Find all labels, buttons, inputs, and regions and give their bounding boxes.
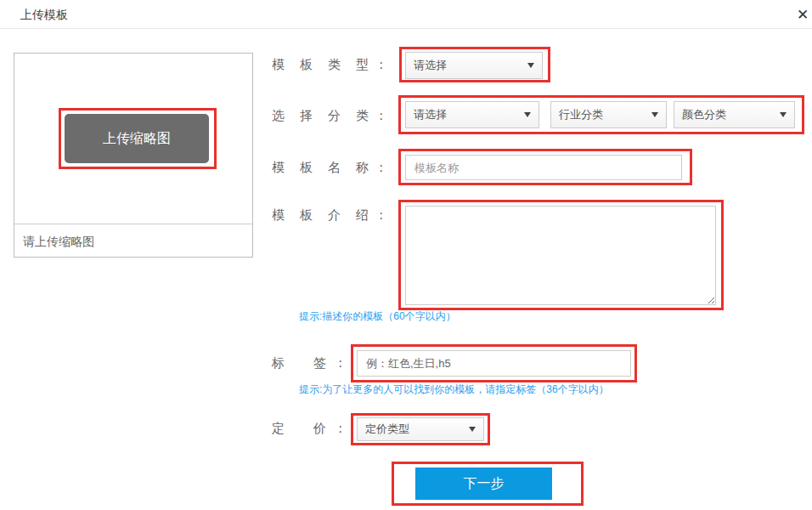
template-type-select[interactable]: 请选择 — [405, 52, 543, 79]
dropdown-arrow-icon — [524, 112, 531, 117]
tags-input[interactable] — [357, 350, 631, 377]
template-intro-textarea[interactable] — [405, 206, 716, 305]
template-name-label: 模板名称 — [272, 157, 369, 178]
tags-hint: 提示:为了让更多的人可以找到你的模板，请指定标签（36个字以内） — [299, 382, 609, 397]
highlight-box-pricing: 定价类型 — [351, 413, 490, 445]
category-label: 选择分类 — [272, 105, 369, 126]
template-type-select-value: 请选择 — [414, 58, 447, 73]
highlight-box-template-type: 请选择 — [399, 47, 550, 82]
industry-category-select-value: 行业分类 — [559, 107, 603, 122]
template-intro-hint: 提示:描述你的模板（60个字以内） — [299, 309, 456, 324]
color-category-select[interactable]: 颜色分类 — [674, 101, 795, 128]
highlight-box-template-name — [398, 149, 692, 185]
highlight-box-upload: 上传缩略图 — [59, 108, 217, 169]
template-name-input[interactable] — [405, 155, 682, 180]
highlight-box-next: 下一步 — [392, 462, 584, 506]
pricing-type-select[interactable]: 定价类型 — [357, 417, 484, 441]
dropdown-arrow-icon — [527, 63, 534, 68]
dialog-header: 上传模板 ✕ — [0, 0, 812, 29]
dropdown-arrow-icon — [469, 427, 476, 432]
dialog-title: 上传模板 — [20, 8, 68, 23]
tags-label: 标签 — [272, 353, 326, 373]
pricing-type-select-value: 定价类型 — [365, 422, 409, 437]
highlight-box-template-intro — [398, 200, 724, 310]
template-intro-label: 模板介绍 — [272, 205, 369, 225]
close-icon[interactable]: ✕ — [793, 5, 812, 24]
thumbnail-caption: 请上传缩略图 — [14, 224, 252, 258]
highlight-box-tags — [351, 344, 637, 382]
pricing-label: 定价 — [272, 418, 326, 439]
upload-thumbnail-button[interactable]: 上传缩略图 — [65, 114, 209, 163]
label-colon: ： — [334, 418, 347, 439]
label-colon: ： — [375, 105, 387, 126]
category-select-value: 请选择 — [414, 107, 447, 122]
dropdown-arrow-icon — [651, 112, 658, 117]
upload-template-dialog: 上传模板 ✕ 上传缩略图 请上传缩略图 模板类型 ： 请选择 选择分类 ： 请选… — [0, 0, 812, 510]
dropdown-arrow-icon — [780, 112, 787, 117]
template-type-label: 模板类型 — [272, 54, 369, 75]
label-colon: ： — [375, 157, 387, 178]
next-step-button[interactable]: 下一步 — [415, 468, 552, 500]
highlight-box-category: 请选择 行业分类 颜色分类 — [398, 95, 804, 134]
thumbnail-panel: 上传缩略图 请上传缩略图 — [14, 53, 253, 258]
color-category-select-value: 颜色分类 — [682, 107, 726, 122]
label-colon: ： — [334, 353, 347, 373]
label-colon: ： — [375, 54, 387, 75]
industry-category-select[interactable]: 行业分类 — [550, 101, 667, 128]
label-colon: ： — [375, 205, 387, 225]
category-select[interactable]: 请选择 — [405, 101, 539, 128]
